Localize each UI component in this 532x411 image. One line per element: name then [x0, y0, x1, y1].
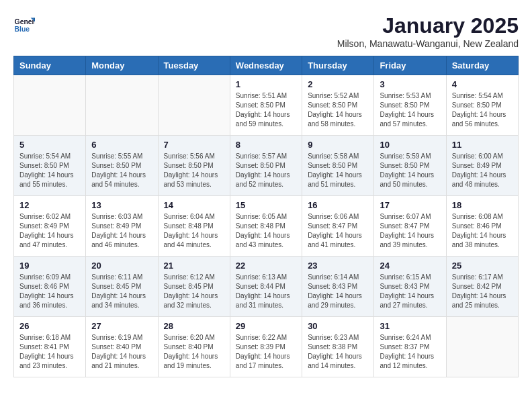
day-info: Sunrise: 6:20 AM Sunset: 8:40 PM Dayligh… [164, 333, 224, 371]
day-info: Sunrise: 6:02 AM Sunset: 8:49 PM Dayligh… [19, 212, 80, 250]
day-info: Sunrise: 6:13 AM Sunset: 8:44 PM Dayligh… [236, 273, 296, 310]
weekday-header-monday: Monday [86, 56, 158, 75]
day-number: 10 [380, 140, 440, 150]
calendar-table: SundayMondayTuesdayWednesdayThursdayFrid… [13, 56, 519, 377]
day-number: 12 [19, 200, 80, 210]
calendar-cell [86, 75, 158, 136]
calendar-cell [14, 75, 86, 136]
day-info: Sunrise: 5:55 AM Sunset: 8:50 PM Dayligh… [91, 152, 152, 189]
day-number: 4 [452, 79, 513, 89]
day-number: 8 [236, 140, 296, 150]
calendar-week-row: 12Sunrise: 6:02 AM Sunset: 8:49 PM Dayli… [14, 196, 519, 257]
title-block: January 2025 Milson, Manawatu-Wanganui, … [337, 13, 519, 49]
calendar-cell: 3Sunrise: 5:53 AM Sunset: 8:50 PM Daylig… [374, 75, 446, 136]
day-number: 15 [236, 200, 296, 210]
calendar-cell: 26Sunrise: 6:18 AM Sunset: 8:41 PM Dayli… [14, 317, 86, 377]
day-info: Sunrise: 6:08 AM Sunset: 8:46 PM Dayligh… [452, 212, 513, 250]
calendar-week-row: 19Sunrise: 6:09 AM Sunset: 8:46 PM Dayli… [14, 257, 519, 317]
logo: General Blue [13, 13, 35, 35]
calendar-cell: 1Sunrise: 5:51 AM Sunset: 8:50 PM Daylig… [230, 75, 302, 136]
day-info: Sunrise: 6:12 AM Sunset: 8:45 PM Dayligh… [164, 273, 224, 310]
day-number: 1 [236, 79, 296, 89]
calendar-cell: 14Sunrise: 6:04 AM Sunset: 8:48 PM Dayli… [158, 196, 230, 257]
day-info: Sunrise: 6:17 AM Sunset: 8:42 PM Dayligh… [452, 273, 513, 310]
calendar-cell: 10Sunrise: 5:59 AM Sunset: 8:50 PM Dayli… [374, 136, 446, 196]
weekday-header-saturday: Saturday [446, 56, 518, 75]
day-number: 27 [91, 321, 152, 331]
day-number: 30 [308, 321, 368, 331]
location-subtitle: Milson, Manawatu-Wanganui, New Zealand [337, 38, 519, 49]
calendar-cell: 24Sunrise: 6:15 AM Sunset: 8:43 PM Dayli… [374, 257, 446, 317]
calendar-cell [158, 75, 230, 136]
day-number: 16 [308, 200, 368, 210]
day-info: Sunrise: 5:58 AM Sunset: 8:50 PM Dayligh… [308, 152, 368, 189]
day-info: Sunrise: 5:57 AM Sunset: 8:50 PM Dayligh… [236, 152, 296, 189]
day-number: 19 [19, 261, 80, 271]
weekday-header-sunday: Sunday [14, 56, 86, 75]
calendar-cell: 28Sunrise: 6:20 AM Sunset: 8:40 PM Dayli… [158, 317, 230, 377]
day-number: 23 [308, 261, 368, 271]
day-number: 24 [380, 261, 440, 271]
day-number: 28 [164, 321, 224, 331]
day-info: Sunrise: 5:51 AM Sunset: 8:50 PM Dayligh… [236, 91, 296, 129]
day-info: Sunrise: 6:00 AM Sunset: 8:49 PM Dayligh… [452, 152, 513, 189]
calendar-cell: 25Sunrise: 6:17 AM Sunset: 8:42 PM Dayli… [446, 257, 518, 317]
calendar-cell: 13Sunrise: 6:03 AM Sunset: 8:49 PM Dayli… [86, 196, 158, 257]
day-info: Sunrise: 6:24 AM Sunset: 8:37 PM Dayligh… [380, 333, 440, 371]
day-number: 3 [380, 79, 440, 89]
calendar-cell [446, 317, 518, 377]
day-number: 5 [19, 140, 80, 150]
day-info: Sunrise: 5:56 AM Sunset: 8:50 PM Dayligh… [164, 152, 224, 189]
day-number: 25 [452, 261, 513, 271]
day-info: Sunrise: 6:06 AM Sunset: 8:47 PM Dayligh… [308, 212, 368, 250]
calendar-cell: 15Sunrise: 6:05 AM Sunset: 8:48 PM Dayli… [230, 196, 302, 257]
calendar-week-row: 5Sunrise: 5:54 AM Sunset: 8:50 PM Daylig… [14, 136, 519, 196]
weekday-header-friday: Friday [374, 56, 446, 75]
calendar-cell: 11Sunrise: 6:00 AM Sunset: 8:49 PM Dayli… [446, 136, 518, 196]
svg-text:General: General [15, 18, 35, 26]
day-number: 11 [452, 140, 513, 150]
day-number: 7 [164, 140, 224, 150]
day-number: 13 [91, 200, 152, 210]
calendar-cell: 18Sunrise: 6:08 AM Sunset: 8:46 PM Dayli… [446, 196, 518, 257]
calendar-cell: 12Sunrise: 6:02 AM Sunset: 8:49 PM Dayli… [14, 196, 86, 257]
day-number: 6 [91, 140, 152, 150]
day-number: 14 [164, 200, 224, 210]
weekday-header-wednesday: Wednesday [230, 56, 302, 75]
day-number: 9 [308, 140, 368, 150]
day-info: Sunrise: 6:05 AM Sunset: 8:48 PM Dayligh… [236, 212, 296, 250]
day-info: Sunrise: 5:53 AM Sunset: 8:50 PM Dayligh… [380, 91, 440, 129]
day-info: Sunrise: 5:54 AM Sunset: 8:50 PM Dayligh… [452, 91, 513, 129]
calendar-cell: 7Sunrise: 5:56 AM Sunset: 8:50 PM Daylig… [158, 136, 230, 196]
day-number: 31 [380, 321, 440, 331]
calendar-cell: 9Sunrise: 5:58 AM Sunset: 8:50 PM Daylig… [302, 136, 374, 196]
calendar-cell: 27Sunrise: 6:19 AM Sunset: 8:40 PM Dayli… [86, 317, 158, 377]
month-title: January 2025 [337, 13, 519, 38]
calendar-cell: 30Sunrise: 6:23 AM Sunset: 8:38 PM Dayli… [302, 317, 374, 377]
day-number: 17 [380, 200, 440, 210]
calendar-cell: 8Sunrise: 5:57 AM Sunset: 8:50 PM Daylig… [230, 136, 302, 196]
calendar-week-row: 26Sunrise: 6:18 AM Sunset: 8:41 PM Dayli… [14, 317, 519, 377]
logo-icon: General Blue [13, 13, 35, 35]
calendar-week-row: 1Sunrise: 5:51 AM Sunset: 8:50 PM Daylig… [14, 75, 519, 136]
day-info: Sunrise: 5:52 AM Sunset: 8:50 PM Dayligh… [308, 91, 368, 129]
day-info: Sunrise: 6:23 AM Sunset: 8:38 PM Dayligh… [308, 333, 368, 371]
calendar-cell: 19Sunrise: 6:09 AM Sunset: 8:46 PM Dayli… [14, 257, 86, 317]
day-info: Sunrise: 6:14 AM Sunset: 8:43 PM Dayligh… [308, 273, 368, 310]
day-number: 29 [236, 321, 296, 331]
weekday-header-tuesday: Tuesday [158, 56, 230, 75]
day-info: Sunrise: 6:07 AM Sunset: 8:47 PM Dayligh… [380, 212, 440, 250]
day-number: 2 [308, 79, 368, 89]
day-number: 20 [91, 261, 152, 271]
day-info: Sunrise: 6:04 AM Sunset: 8:48 PM Dayligh… [164, 212, 224, 250]
calendar-cell: 5Sunrise: 5:54 AM Sunset: 8:50 PM Daylig… [14, 136, 86, 196]
calendar-cell: 21Sunrise: 6:12 AM Sunset: 8:45 PM Dayli… [158, 257, 230, 317]
calendar-cell: 20Sunrise: 6:11 AM Sunset: 8:45 PM Dayli… [86, 257, 158, 317]
calendar-cell: 16Sunrise: 6:06 AM Sunset: 8:47 PM Dayli… [302, 196, 374, 257]
day-number: 26 [19, 321, 80, 331]
day-number: 22 [236, 261, 296, 271]
calendar-cell: 6Sunrise: 5:55 AM Sunset: 8:50 PM Daylig… [86, 136, 158, 196]
day-info: Sunrise: 5:54 AM Sunset: 8:50 PM Dayligh… [19, 152, 80, 189]
page-header: General Blue January 2025 Milson, Manawa… [13, 13, 519, 49]
day-info: Sunrise: 6:11 AM Sunset: 8:45 PM Dayligh… [91, 273, 152, 310]
